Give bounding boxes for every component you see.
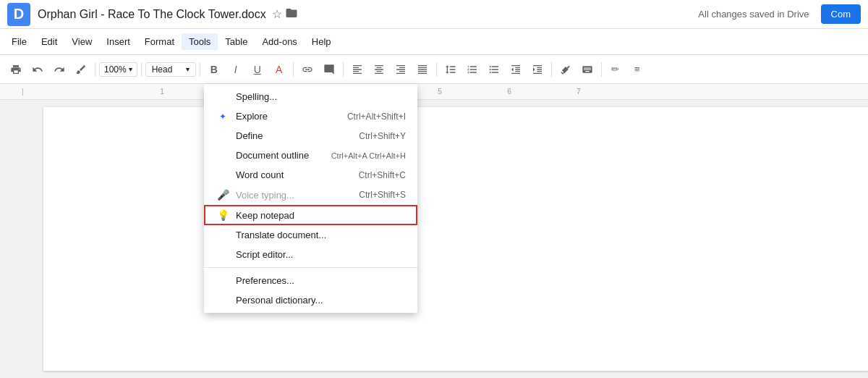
style-selector[interactable]: Head ▾ xyxy=(145,62,196,77)
menu-tools[interactable]: Tools xyxy=(182,33,218,50)
google-docs-logo: D xyxy=(7,3,30,26)
toolbar-separator-3 xyxy=(200,62,200,77)
link-button[interactable] xyxy=(297,59,318,80)
zoom-arrow-icon: ▾ xyxy=(129,65,132,73)
script-editor-label: Script editor... xyxy=(236,249,406,260)
spelling-menu-item[interactable]: Spelling... xyxy=(204,87,417,106)
dropdown-separator xyxy=(204,267,417,268)
explore-icon: ✦ xyxy=(216,112,230,122)
bold-button[interactable]: B xyxy=(204,59,224,80)
menu-insert[interactable]: Insert xyxy=(99,33,137,50)
toolbar-separator-1 xyxy=(95,62,95,77)
voice-typing-menu-item[interactable]: 🎤 Voice typing... Ctrl+Shift+S xyxy=(204,185,417,205)
menu-file[interactable]: File xyxy=(4,33,34,50)
font-color-button[interactable]: A xyxy=(269,59,289,80)
left-margin xyxy=(0,100,43,378)
preferences-menu-item[interactable]: Preferences... xyxy=(204,271,417,290)
ruler-tick-7: 7 xyxy=(544,88,613,96)
ruler-tick-6: 6 xyxy=(475,88,544,96)
toolbar: 100% ▾ Head ▾ B I U A xyxy=(0,55,868,84)
toolbar-separator-6 xyxy=(436,62,437,77)
style-arrow-icon: ▾ xyxy=(186,65,190,73)
personal-dictionary-label: Personal dictionary... xyxy=(236,295,406,306)
increase-indent-button[interactable] xyxy=(527,59,548,80)
folder-icon[interactable] xyxy=(285,7,298,22)
italic-button[interactable]: I xyxy=(226,59,246,80)
toolbar-separator-8 xyxy=(601,62,602,77)
numbered-list-button[interactable] xyxy=(462,59,482,80)
line-spacing-button[interactable] xyxy=(441,59,461,80)
title-bar: D Orphan Girl - Race To The Clock Tower.… xyxy=(0,0,868,29)
explore-label: Explore xyxy=(236,111,347,122)
input-method-button[interactable] xyxy=(577,59,597,80)
justify-button[interactable] xyxy=(412,59,433,80)
document-area xyxy=(0,100,868,378)
menu-table[interactable]: Table xyxy=(218,33,255,50)
menu-bar: File Edit View Insert Format Tools Table… xyxy=(0,29,868,55)
comment-toolbar-button[interactable] xyxy=(319,59,339,80)
menu-edit[interactable]: Edit xyxy=(34,33,64,50)
align-right-button[interactable] xyxy=(391,59,411,80)
decrease-indent-button[interactable] xyxy=(506,59,526,80)
translate-label: Translate document... xyxy=(236,230,406,240)
bullet-list-button[interactable] xyxy=(484,59,504,80)
star-icon[interactable]: ☆ xyxy=(272,7,282,21)
comment-button[interactable]: Com xyxy=(821,4,861,24)
word-count-shortcut: Ctrl+Shift+C xyxy=(359,170,406,180)
define-label: Define xyxy=(236,130,359,141)
document-outline-menu-item[interactable]: Document outline Ctrl+Alt+A Ctrl+Alt+H xyxy=(204,146,417,165)
menu-view[interactable]: View xyxy=(64,33,99,50)
explore-menu-item[interactable]: ✦ Explore Ctrl+Alt+Shift+I xyxy=(204,106,417,126)
voice-typing-label: Voice typing... xyxy=(236,190,359,201)
align-left-button[interactable] xyxy=(347,59,367,80)
align-center-button[interactable] xyxy=(369,59,389,80)
underline-button[interactable]: U xyxy=(247,59,268,80)
zoom-selector[interactable]: 100% ▾ xyxy=(99,62,137,77)
document-outline-label: Document outline xyxy=(236,150,331,161)
translate-menu-item[interactable]: Translate document... xyxy=(204,225,417,245)
doc-title: Orphan Girl - Race To The Clock Tower.do… xyxy=(38,8,266,21)
ruler-tick-1: 1 xyxy=(127,88,197,96)
edit-icon[interactable]: ✏ xyxy=(605,59,626,80)
redo-button[interactable] xyxy=(49,59,69,80)
keep-notepad-label: Keep notepad xyxy=(236,210,406,221)
document-page[interactable] xyxy=(43,107,868,371)
menu-addons[interactable]: Add-ons xyxy=(255,33,304,50)
clear-formatting-button[interactable] xyxy=(556,59,576,80)
spelling-label: Spelling... xyxy=(236,91,406,102)
toolbar-separator-2 xyxy=(141,62,142,77)
toolbar-separator-5 xyxy=(343,62,344,77)
personal-dictionary-menu-item[interactable]: Personal dictionary... xyxy=(204,290,417,310)
define-shortcut: Ctrl+Shift+Y xyxy=(359,131,406,141)
script-editor-menu-item[interactable]: Script editor... xyxy=(204,245,417,264)
saved-status: All changes saved in Drive xyxy=(698,9,809,20)
ruler: | 1 2 3 4 5 6 7 xyxy=(0,84,868,100)
paint-format-button[interactable] xyxy=(71,59,91,80)
voice-typing-icon: 🎤 xyxy=(216,189,230,201)
menu-format[interactable]: Format xyxy=(137,33,182,50)
keep-notepad-menu-item[interactable]: 💡 Keep notepad xyxy=(204,205,417,225)
explore-shortcut: Ctrl+Alt+Shift+I xyxy=(347,112,406,122)
word-count-menu-item[interactable]: Word count Ctrl+Shift+C xyxy=(204,165,417,185)
voice-typing-shortcut: Ctrl+Shift+S xyxy=(359,190,406,200)
preferences-label: Preferences... xyxy=(236,275,406,286)
undo-button[interactable] xyxy=(27,59,48,80)
tools-dropdown: Spelling... ✦ Explore Ctrl+Alt+Shift+I D… xyxy=(204,84,417,313)
menu-help[interactable]: Help xyxy=(305,33,339,50)
toolbar-separator-4 xyxy=(293,62,294,77)
document-outline-shortcut: Ctrl+Alt+A Ctrl+Alt+H xyxy=(331,151,406,160)
more-toolbar-button[interactable]: ≡ xyxy=(627,59,647,80)
define-menu-item[interactable]: Define Ctrl+Shift+Y xyxy=(204,126,417,146)
word-count-label: Word count xyxy=(236,169,359,180)
toolbar-separator-7 xyxy=(551,62,552,77)
print-button[interactable] xyxy=(6,59,26,80)
keep-notepad-icon: 💡 xyxy=(216,209,230,221)
